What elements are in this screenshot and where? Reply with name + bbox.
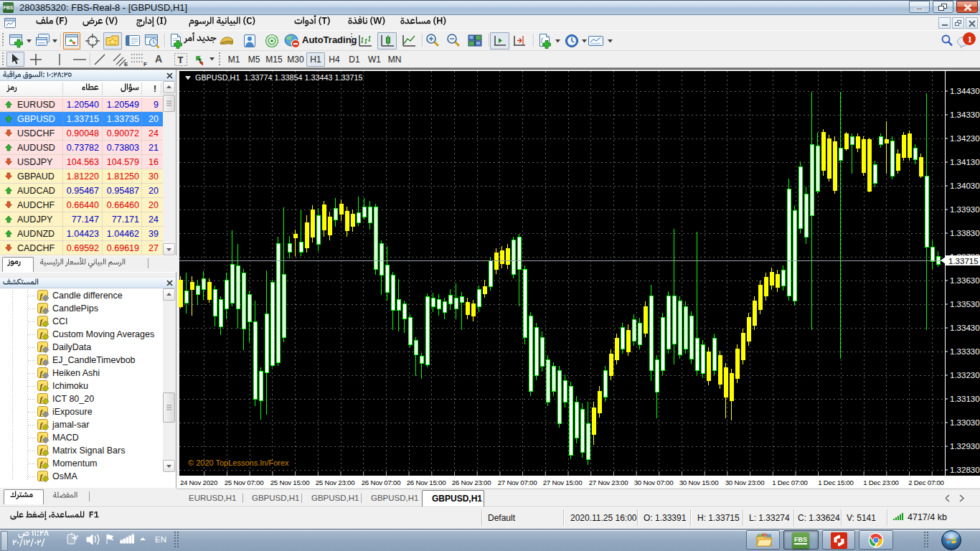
svg-text:1.33930: 1.33930 bbox=[950, 205, 980, 214]
svg-text:1 Dec 23:00: 1 Dec 23:00 bbox=[863, 479, 899, 486]
svg-text:1.34030: 1.34030 bbox=[950, 182, 980, 190]
svg-text:1.33330: 1.33330 bbox=[950, 347, 980, 356]
svg-text:1.33715: 1.33715 bbox=[948, 257, 979, 265]
svg-text:1 Dec 07:00: 1 Dec 07:00 bbox=[772, 479, 808, 486]
svg-text:30 Nov 23:00: 30 Nov 23:00 bbox=[725, 479, 765, 486]
svg-text:27 Nov 07:00: 27 Nov 07:00 bbox=[498, 479, 537, 486]
svg-text:1.33530: 1.33530 bbox=[950, 300, 980, 309]
svg-text:1.33130: 1.33130 bbox=[950, 395, 980, 403]
svg-text:1.34430: 1.34430 bbox=[950, 87, 980, 95]
svg-text:1.33230: 1.33230 bbox=[950, 371, 980, 380]
svg-text:EN: EN bbox=[155, 535, 166, 544]
svg-text:27 Nov 23:00: 27 Nov 23:00 bbox=[589, 479, 628, 486]
svg-text:25 Nov 07:00: 25 Nov 07:00 bbox=[225, 479, 264, 486]
svg-text:26 Nov 15:00: 26 Nov 15:00 bbox=[407, 479, 446, 486]
svg-text:2 Dec 07:00: 2 Dec 07:00 bbox=[908, 479, 944, 486]
svg-text:26 Nov 07:00: 26 Nov 07:00 bbox=[362, 479, 401, 486]
svg-text:F: F bbox=[143, 61, 147, 67]
svg-text:26 Nov 23:00: 26 Nov 23:00 bbox=[452, 479, 491, 486]
svg-text:1.34130: 1.34130 bbox=[950, 158, 980, 166]
svg-text:1: 1 bbox=[968, 34, 973, 44]
svg-text:30 Nov 15:00: 30 Nov 15:00 bbox=[679, 479, 719, 486]
svg-text:1.34230: 1.34230 bbox=[950, 134, 980, 143]
svg-text:1.32830: 1.32830 bbox=[950, 466, 980, 474]
svg-text:1.33630: 1.33630 bbox=[950, 276, 980, 285]
svg-text:© 2020 TopLessons.In/Forex: © 2020 TopLessons.In/Forex bbox=[188, 458, 289, 467]
svg-text:1.34330: 1.34330 bbox=[950, 110, 980, 119]
svg-text:25 Nov 23:00: 25 Nov 23:00 bbox=[316, 479, 355, 486]
svg-text:E: E bbox=[124, 61, 128, 67]
svg-text:1.33830: 1.33830 bbox=[950, 229, 980, 237]
svg-text:25 Nov 15:00: 25 Nov 15:00 bbox=[270, 479, 310, 486]
svg-text:24 Nov 2020: 24 Nov 2020 bbox=[180, 479, 218, 486]
svg-text:30 Nov 07:00: 30 Nov 07:00 bbox=[634, 479, 674, 486]
svg-text:1.33030: 1.33030 bbox=[950, 418, 980, 427]
svg-text:1 Dec 15:00: 1 Dec 15:00 bbox=[818, 479, 854, 486]
svg-text:GBPUSD,H1 1.33774 1.33854 1.3: GBPUSD,H1 1.33774 1.33854 1.33443 1.3371… bbox=[195, 73, 363, 82]
svg-text:27 Nov 15:00: 27 Nov 15:00 bbox=[543, 479, 583, 486]
svg-text:1.33430: 1.33430 bbox=[950, 324, 980, 332]
svg-text:T: T bbox=[178, 55, 184, 65]
svg-text:1.32930: 1.32930 bbox=[950, 442, 980, 451]
